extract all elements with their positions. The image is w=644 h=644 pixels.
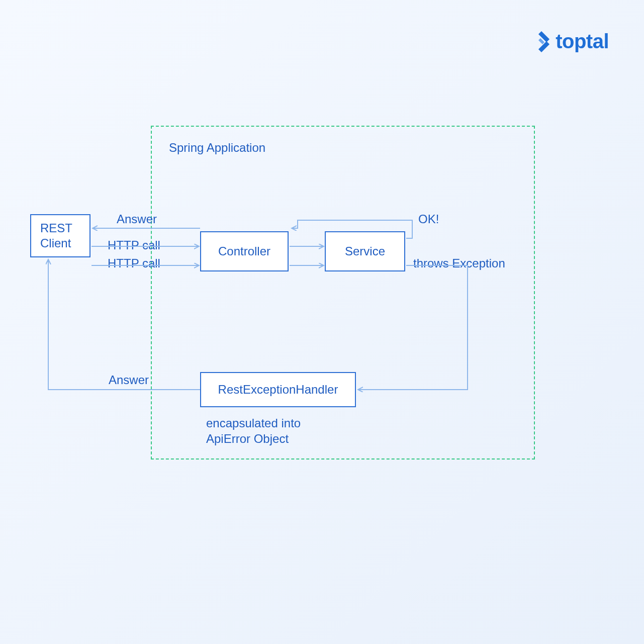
brand-name: toptal xyxy=(556,30,609,53)
brand-logo: toptal xyxy=(535,30,609,53)
toptal-icon xyxy=(535,31,553,52)
label-answer-top: Answer xyxy=(117,211,157,227)
node-rest-client: REST Client xyxy=(30,214,90,257)
label-ok: OK! xyxy=(418,211,439,227)
node-rest-exception-handler-label: RestExceptionHandler xyxy=(218,382,338,397)
node-rest-client-label: REST Client xyxy=(40,221,72,251)
label-http-call-1: HTTP call xyxy=(108,237,160,253)
label-http-call-2: HTTP call xyxy=(108,255,160,271)
label-encapsulated: encapsulated into ApiError Object xyxy=(206,415,301,446)
node-controller: Controller xyxy=(200,231,289,271)
node-rest-exception-handler: RestExceptionHandler xyxy=(200,372,356,407)
node-service-label: Service xyxy=(345,244,385,259)
spring-application-container xyxy=(151,126,535,459)
label-throws-exception: throws Exception xyxy=(413,255,505,271)
label-answer-bottom: Answer xyxy=(109,372,149,388)
node-controller-label: Controller xyxy=(218,244,270,259)
node-service: Service xyxy=(325,231,405,271)
container-title: Spring Application xyxy=(169,141,265,155)
